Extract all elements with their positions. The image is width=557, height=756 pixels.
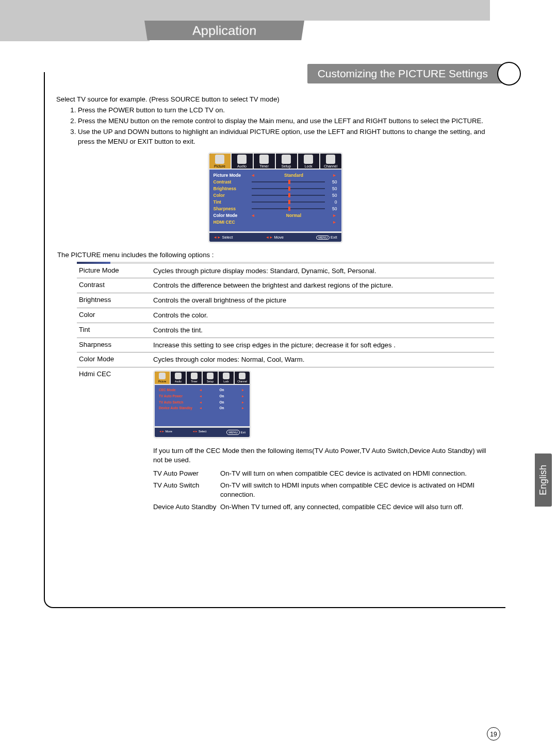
steps-list: Press the POWER button to turn the LCD T… [56,105,494,147]
osd-tab-channel: Channel [320,154,341,169]
opt-name: Picture Mode [77,266,153,276]
opt-desc: Controls the difference between the brig… [153,281,494,290]
opt-name: Tint [77,326,153,335]
osd-cec-tab-audio: Audio [171,372,187,384]
top-strip [0,0,490,21]
osd-cec-tab-lock: Lock [219,372,235,384]
osd-row: Contrast50 [214,179,337,184]
osd-cec-tab-setup: Setup [203,372,219,384]
opt-desc: Cycles through color modes: Normal, Cool… [153,355,494,364]
opt-name: Hdmi CEC [77,370,153,515]
osd-tab-timer: Timer [254,154,276,169]
opt-name: Sharpness [77,341,153,350]
cec-sub-name: TV Auto Power [153,469,220,478]
osd-tab-setup: Setup [276,154,298,169]
osd-cec-row: Device Auto Standby◄On► [159,406,245,411]
osd-row: Color50 [214,193,337,198]
opt-desc: Controls the color. [153,311,494,320]
osd-row: HDMI CEC► [214,220,337,225]
opt-name: Color Mode [77,355,153,364]
content-frame: Customizing the PICTURE Settings Select … [44,72,505,608]
osd-row: Brightness50 [214,186,337,191]
cec-sub-desc: On-TV will turn on when compatible CEC d… [220,469,491,478]
osd-row: Tint0 [214,199,337,205]
osd-tab-picture: Picture [209,154,232,169]
step-2: Press the MENU button on the remote cont… [78,116,494,126]
opt-desc-hdmi-cec: PictureAudioTimerSetupLockChannel CEC Mo… [153,370,494,515]
osd-cec-row: TV Auto Switch◄On► [159,400,245,405]
section-circle-decoration [497,62,521,86]
osd-cec-menu: PictureAudioTimerSetupLockChannel CEC Mo… [153,370,251,439]
step-1: Press the POWER button to turn the LCD T… [78,105,494,115]
section-title-bar: Customizing the PICTURE Settings [307,62,521,86]
options-table: Picture ModeCycles through picture displ… [77,264,494,517]
section-title: Customizing the PICTURE Settings [307,64,502,83]
opt-desc: Controls the overall brightness of the p… [153,296,494,305]
osd-cec-tab-timer: Timer [187,372,203,384]
app-header: Application [0,21,557,41]
cec-note: If you turn off the CEC Mode then the fo… [153,446,491,465]
app-title: Application [144,21,304,40]
language-tab: English [535,453,552,507]
opt-desc: Controls the tint. [153,326,494,335]
opt-desc: Increase this setting to see crisp edges… [153,341,494,350]
cec-sub-desc: On-TV will switch to HDMI inputs when co… [220,481,491,499]
osd-cec-hint-exit: MENUExit [226,430,245,435]
opt-name: Color [77,311,153,320]
osd-hint-select: ◄► Select [214,235,233,240]
osd-cec-row: CEC Mode◄On► [159,388,245,393]
opt-desc: Cycles through picture display modes: St… [153,266,494,276]
cec-sub-desc: On-When TV turned off, any connected, co… [220,502,491,512]
opt-name: Contrast [77,281,153,290]
osd-tab-lock: Lock [298,154,320,169]
intro-text: Select TV source for example. (Press SOU… [56,95,494,103]
osd-row: Sharpness50 [214,206,337,211]
opt-name: Brightness [77,296,153,305]
osd-cec-tab-picture: Picture [155,372,171,384]
cec-sub-name: TV Auto Switch [153,481,220,499]
step-3: Use the UP and DOWN buttons to highlight… [78,127,494,146]
osd-cec-hint-move: ◄► Move [159,430,172,435]
osd-cec-tab-channel: Channel [235,372,250,384]
osd-row: Picture Mode◄Standard► [214,173,337,178]
osd-row: Color Mode◄Normal► [214,213,337,218]
cec-sub-name: Device Auto Standby [153,502,220,512]
osd-hint-exit: MENUExit [316,235,337,240]
osd-cec-hint-select: ◄► Select [192,430,207,435]
options-intro: The PICTURE menu includes the following … [57,251,494,259]
osd-hint-move: ◄► Move [266,235,284,240]
osd-picture-menu: PictureAudioTimerSetupLockChannel Pictur… [208,152,343,243]
page-number: 19 [487,727,500,741]
osd-tab-audio: Audio [232,154,254,169]
osd-cec-row: TV Auto Power◄On► [159,394,245,399]
